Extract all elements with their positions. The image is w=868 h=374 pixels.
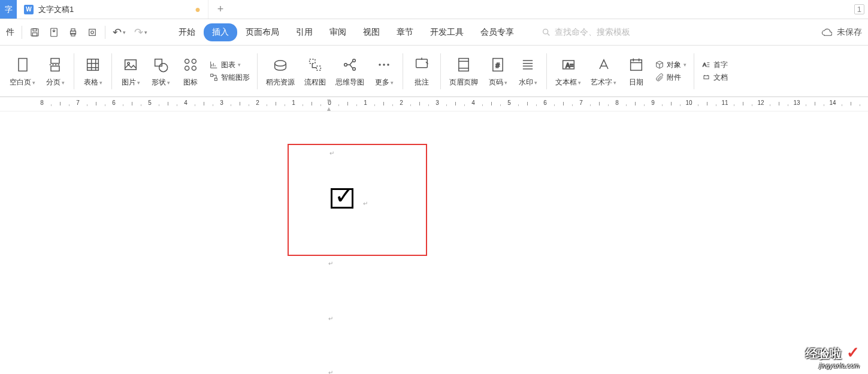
flowchart-button[interactable]: 流程图 [300, 47, 331, 95]
chart-button[interactable]: 图表▾ [209, 60, 250, 70]
tab-reference[interactable]: 引用 [288, 23, 321, 41]
tab-review[interactable]: 审阅 [321, 23, 355, 41]
paragraph-mark: ↵ [328, 315, 333, 322]
chart-icon [209, 60, 219, 70]
page-number-button[interactable]: # 页码▾ [483, 47, 513, 95]
wordart-icon [595, 55, 612, 75]
svg-rect-11 [51, 59, 59, 64]
tab-page-layout[interactable]: 页面布局 [237, 23, 288, 41]
dropcap-button[interactable]: A首字 [701, 60, 728, 70]
tab-view[interactable]: 视图 [355, 23, 388, 41]
textbox-icon: A= [560, 55, 577, 75]
smartart-button[interactable]: 智能图形 [209, 73, 250, 83]
svg-rect-13 [87, 59, 99, 71]
print-icon[interactable] [64, 25, 82, 40]
tab-insert[interactable]: 插入 [204, 23, 237, 41]
indent-marker-bottom[interactable]: ▴ [327, 104, 331, 111]
wendang-button[interactable]: 文档 [701, 73, 728, 83]
svg-rect-16 [155, 59, 162, 67]
table-icon [84, 55, 101, 75]
doke-icon [272, 55, 289, 75]
picture-button[interactable]: 图片▾ [116, 47, 146, 95]
svg-rect-2 [32, 32, 37, 35]
page-number-icon: # [489, 55, 506, 75]
document-canvas[interactable]: ↵ ✓ ↵ ↵ ↵ ↵ [0, 111, 868, 374]
ribbon-insert: 空白页▾ 分页▾ 表格▾ 图片▾ 形状▾ 图标 图表▾ 智能图形 稻壳资源 流程… [0, 46, 868, 97]
separator [111, 53, 112, 89]
watermark-logo: 经验啦 ✓ jingyanla.com [806, 343, 860, 369]
search-placeholder: 查找命令、搜索模板 [555, 27, 630, 38]
svg-rect-5 [71, 29, 75, 31]
blank-page-icon [14, 55, 31, 75]
dropcap-icon: A [701, 60, 711, 70]
comment-button[interactable]: 批注 [407, 47, 437, 95]
separator [440, 53, 441, 89]
doke-button[interactable]: 稻壳资源 [261, 47, 300, 95]
wordart-button[interactable]: 艺术字▾ [586, 47, 621, 95]
svg-point-26 [344, 64, 347, 67]
ribbon-tabs: 开始 插入 页面布局 引用 审阅 视图 章节 开发工具 会员专享 [170, 23, 522, 41]
attachment-button[interactable]: 附件 [655, 73, 686, 83]
highlight-box: ↵ ✓ ↵ [288, 144, 427, 256]
table-button[interactable]: 表格▾ [78, 47, 108, 95]
svg-rect-22 [211, 74, 213, 77]
modified-indicator: ● [195, 4, 201, 15]
svg-rect-40 [704, 76, 709, 79]
toolbar-right: 未保存 [821, 27, 868, 38]
date-button[interactable]: 日期 [621, 47, 651, 95]
separator [22, 26, 22, 39]
svg-rect-14 [125, 60, 137, 70]
svg-point-21 [192, 66, 196, 70]
object-icon [655, 60, 664, 70]
svg-rect-24 [310, 59, 315, 64]
svg-rect-7 [89, 29, 96, 35]
export-icon[interactable] [45, 25, 63, 40]
titlebar-badge[interactable]: 1 [854, 4, 864, 14]
document-tab[interactable]: W 文字文稿1 ● [17, 0, 208, 19]
object-button[interactable]: 对象▾ [655, 60, 686, 70]
watermark-icon [519, 55, 536, 75]
textbox-button[interactable]: A= 文本框▾ [551, 47, 586, 95]
qat-item[interactable]: 件 [2, 25, 18, 40]
page-break-button[interactable]: 分页▾ [40, 47, 70, 95]
svg-rect-33 [459, 59, 468, 71]
mindmap-button[interactable]: 思维导图 [331, 47, 369, 95]
svg-point-20 [185, 66, 189, 70]
svg-point-30 [383, 64, 385, 66]
horizontal-ruler[interactable]: 8765432101234567891011121314 ▾ ▴ [0, 97, 868, 111]
svg-point-28 [353, 68, 356, 71]
preview-icon[interactable] [83, 25, 101, 40]
svg-point-19 [192, 59, 196, 64]
tab-section[interactable]: 章节 [388, 23, 422, 41]
svg-rect-32 [416, 59, 428, 68]
picture-icon [122, 55, 139, 75]
header-footer-icon [455, 55, 472, 75]
titlebar: 字 W 文字文稿1 ● + 1 [0, 0, 868, 19]
tab-start[interactable]: 开始 [170, 23, 204, 41]
redo-button[interactable]: ↷ [131, 23, 151, 41]
header-footer-button[interactable]: 页眉页脚 [444, 47, 483, 95]
undo-button[interactable]: ↶ [109, 23, 129, 41]
separator [546, 53, 547, 89]
svg-point-27 [353, 59, 356, 62]
app-accent: 字 [0, 0, 17, 19]
svg-point-31 [387, 64, 389, 66]
separator [257, 53, 258, 89]
shape-icon [152, 55, 169, 75]
save-icon[interactable] [26, 25, 44, 40]
blank-page-button[interactable]: 空白页▾ [5, 47, 40, 95]
titlebar-right: 1 [854, 0, 868, 19]
tab-dev[interactable]: 开发工具 [422, 23, 472, 41]
paragraph-mark: ↵ [328, 260, 333, 267]
svg-point-17 [159, 64, 168, 72]
chart-smartart-stack: 图表▾ 智能图形 [205, 60, 253, 83]
icon-button[interactable]: 图标 [176, 47, 205, 95]
tab-member[interactable]: 会员专享 [472, 23, 522, 41]
search-box[interactable]: 查找命令、搜索模板 [542, 27, 630, 38]
shape-button[interactable]: 形状▾ [146, 47, 176, 95]
more-button[interactable]: 更多▾ [369, 47, 399, 95]
watermark-button[interactable]: 水印▾ [513, 47, 543, 95]
svg-rect-23 [214, 78, 217, 80]
svg-point-15 [128, 62, 130, 65]
new-tab-button[interactable]: + [208, 0, 232, 19]
